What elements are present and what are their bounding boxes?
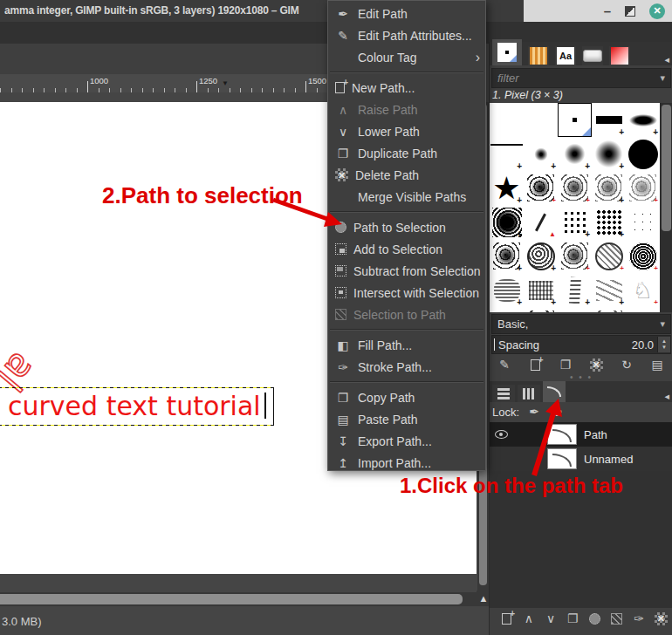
brush-tag-select[interactable]: Basic, ▾ bbox=[491, 314, 671, 334]
brush-cell[interactable]: + bbox=[592, 205, 626, 239]
path-row-path[interactable]: Path bbox=[490, 422, 672, 447]
spacing-slider[interactable]: Spacing 20.0 ▲ ▼ bbox=[491, 335, 671, 354]
brush-grid-scrollbar-thumb[interactable] bbox=[662, 105, 671, 231]
menu-item-edit-path[interactable]: ✒Edit Path bbox=[328, 3, 485, 24]
menu-item-export-path[interactable]: ↧Export Path... bbox=[328, 430, 485, 452]
delete-path-button[interactable] bbox=[653, 609, 669, 628]
brush-cell[interactable]: + bbox=[558, 171, 592, 205]
refresh-brushes-button[interactable]: ↻ bbox=[617, 355, 636, 374]
menu-item-lower-path[interactable]: ∨Lower Path bbox=[328, 120, 485, 142]
brush-cell[interactable] bbox=[490, 307, 524, 312]
menu-item-path-to-selection[interactable]: Path to Selection bbox=[328, 216, 485, 238]
gradients-tab[interactable] bbox=[609, 46, 630, 65]
brush-cell[interactable] bbox=[558, 307, 592, 312]
raise-path-button[interactable]: ∧ bbox=[520, 609, 537, 628]
horizontal-ruler[interactable]: 100012501500▼ bbox=[0, 74, 327, 92]
close-button[interactable]: ✕ bbox=[649, 3, 665, 19]
menu-item-colour-tag[interactable]: Colour Tag› bbox=[328, 46, 485, 68]
palettes-tab[interactable] bbox=[582, 46, 603, 65]
fonts-tab[interactable]: Aa bbox=[555, 46, 576, 65]
new-path-button[interactable] bbox=[498, 609, 515, 628]
spinner-down-icon[interactable]: ▼ bbox=[662, 345, 667, 351]
tab-overflow-arrow-icon[interactable]: ◂ bbox=[664, 391, 669, 402]
menu-item-copy-path[interactable]: ❐Copy Path bbox=[328, 386, 485, 408]
brush-cell[interactable] bbox=[626, 137, 660, 171]
brush-cell[interactable]: + bbox=[524, 239, 558, 273]
menu-item-fill-path[interactable]: ◧Fill Path... bbox=[328, 334, 485, 356]
brush-cell[interactable] bbox=[626, 205, 660, 239]
brush-cell[interactable] bbox=[626, 307, 660, 312]
patterns-tab[interactable] bbox=[528, 46, 549, 65]
brush-preview-dots-a-icon bbox=[563, 210, 587, 235]
brush-cell[interactable]: + bbox=[592, 273, 626, 307]
chevron-down-icon[interactable]: ▾ bbox=[660, 72, 665, 84]
menu-item-duplicate-path[interactable]: ❐Duplicate Path bbox=[328, 142, 485, 164]
restore-button[interactable] bbox=[625, 6, 635, 17]
brush-scaled-marker-icon: + bbox=[585, 162, 590, 171]
horizontal-scrollbar-thumb[interactable] bbox=[0, 594, 463, 604]
duplicate-path-button[interactable]: ❐ bbox=[565, 609, 581, 628]
brush-cell[interactable]: + bbox=[626, 239, 660, 273]
path-to-selection-button[interactable] bbox=[586, 609, 603, 628]
menu-item-raise-path[interactable]: ∧Raise Path bbox=[328, 99, 485, 120]
lower-path-button[interactable]: ∨ bbox=[543, 609, 559, 628]
brush-cell[interactable]: + bbox=[558, 239, 592, 273]
brush-cell[interactable] bbox=[490, 103, 524, 137]
menu-item-intersect-with-selection[interactable]: Intersect with Selection bbox=[328, 282, 485, 304]
brush-cell[interactable]: + bbox=[524, 171, 558, 205]
menu-item-delete-path[interactable]: Delete Path bbox=[328, 164, 485, 186]
brush-cell[interactable]: + bbox=[490, 137, 524, 171]
chevron-down-icon[interactable]: ▾ bbox=[660, 318, 665, 330]
minimize-button[interactable]: – bbox=[604, 3, 611, 18]
brush-cell[interactable]: + bbox=[558, 273, 592, 307]
brush-grid-scrollbar[interactable] bbox=[660, 103, 672, 312]
brush-cell[interactable]: + bbox=[524, 137, 558, 171]
brush-cell[interactable]: + bbox=[490, 239, 524, 273]
menu-item-new-path[interactable]: New Path... bbox=[328, 77, 485, 99]
brush-cell[interactable]: ♘+ bbox=[626, 273, 660, 307]
menu-item-selection-to-path[interactable]: Selection to Path bbox=[328, 304, 485, 325]
duplicate-brush-button[interactable]: ❐ bbox=[556, 355, 575, 374]
selection-to-path-button[interactable] bbox=[608, 609, 625, 628]
delete-brush-button[interactable] bbox=[586, 355, 606, 374]
new-brush-button[interactable] bbox=[525, 355, 545, 374]
brush-cell[interactable]: ★+ bbox=[490, 171, 524, 205]
menu-item-add-to-selection[interactable]: Add to Selection bbox=[328, 238, 485, 260]
brush-cell[interactable] bbox=[558, 103, 592, 137]
edit-brush-button[interactable]: ✎ bbox=[495, 355, 514, 374]
brush-cell[interactable] bbox=[592, 307, 626, 312]
brush-cell[interactable]: + bbox=[490, 205, 524, 239]
brush-cell[interactable] bbox=[524, 307, 558, 312]
horizontal-scrollbar[interactable] bbox=[0, 592, 477, 606]
brushes-tab[interactable] bbox=[492, 39, 522, 65]
spacing-slider-handle[interactable] bbox=[494, 338, 495, 351]
stroke-path-button[interactable]: ✑ bbox=[631, 609, 648, 628]
brush-cell[interactable]: + bbox=[592, 239, 626, 273]
menu-item-merge-visible-paths[interactable]: Merge Visible Paths bbox=[328, 186, 485, 208]
layers-tab[interactable] bbox=[492, 385, 515, 402]
brush-cell[interactable] bbox=[524, 103, 558, 137]
brush-cell[interactable]: + bbox=[524, 273, 558, 307]
spinner-up-icon[interactable]: ▲ bbox=[662, 338, 667, 345]
menu-item-stroke-path[interactable]: ✑Stroke Path... bbox=[328, 356, 485, 378]
brush-cell[interactable]: + bbox=[558, 137, 592, 171]
brush-cell[interactable]: + bbox=[592, 103, 626, 137]
brush-cell[interactable]: ▲ bbox=[524, 205, 558, 239]
menu-item-paste-path[interactable]: ▤Paste Path bbox=[328, 408, 485, 430]
brush-cell[interactable]: + bbox=[558, 205, 592, 239]
open-brush-as-image-button[interactable]: ▤ bbox=[648, 355, 667, 374]
brush-filter-input[interactable]: filter ▾ bbox=[491, 68, 671, 88]
brush-cell[interactable]: + bbox=[626, 171, 660, 205]
path-row-unnamed[interactable]: Unnamed bbox=[490, 447, 672, 471]
brush-cell[interactable]: + bbox=[490, 273, 524, 307]
dock-grip[interactable]: • • • bbox=[490, 374, 672, 381]
tab-overflow-arrow-icon[interactable]: ◂ bbox=[664, 54, 669, 65]
menu-item-edit-path-attributes[interactable]: ✎Edit Path Attributes... bbox=[328, 24, 485, 46]
brush-cell[interactable]: + bbox=[592, 137, 626, 171]
brush-cell[interactable]: + bbox=[626, 103, 660, 137]
visibility-toggle[interactable] bbox=[490, 430, 512, 439]
menu-item-subtract-from-selection[interactable]: Subtract from Selection bbox=[328, 260, 485, 282]
menu-item-import-path[interactable]: ↥Import Path... bbox=[328, 452, 485, 474]
spacing-spinner[interactable]: ▲ ▼ bbox=[657, 337, 670, 352]
brush-cell[interactable]: + bbox=[592, 171, 626, 205]
